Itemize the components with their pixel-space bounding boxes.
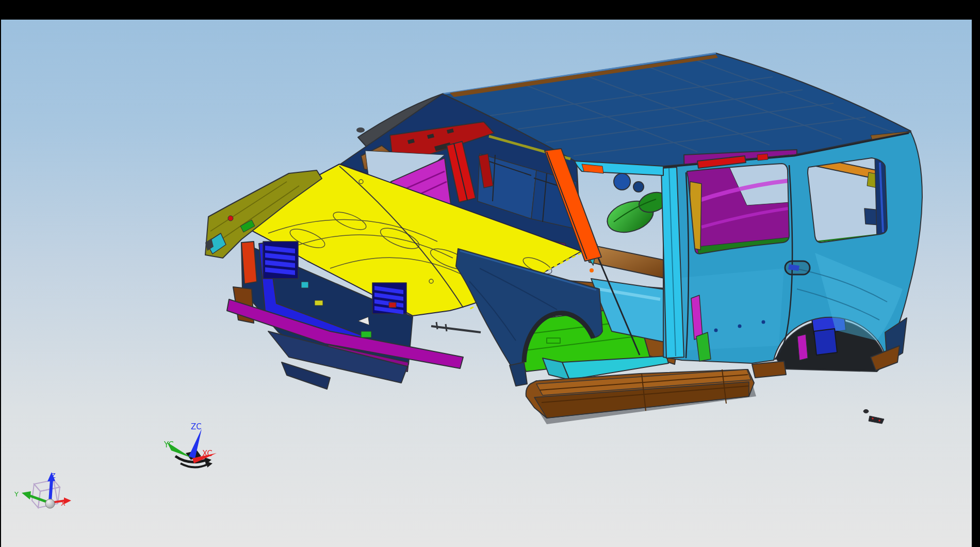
grille-slats-lower[interactable] bbox=[372, 283, 406, 314]
wcs-triad[interactable]: ZC YC XC bbox=[164, 422, 217, 468]
cad-window: ZC YC XC Z Y X bbox=[0, 0, 980, 547]
tow-rod bbox=[431, 322, 481, 332]
grille-slats-upper[interactable] bbox=[263, 242, 298, 279]
z-axis-label: Z bbox=[51, 472, 56, 479]
absolute-triad: Z Y X bbox=[14, 472, 71, 508]
model-scene[interactable]: ZC YC XC Z Y X bbox=[0, 0, 980, 547]
origin-sphere bbox=[45, 499, 55, 508]
right-black-bar bbox=[972, 0, 980, 547]
yc-axis-label: YC bbox=[164, 440, 174, 449]
front-bracket-orange[interactable] bbox=[241, 242, 257, 284]
top-black-bar bbox=[0, 0, 980, 20]
loose-parts[interactable] bbox=[863, 410, 884, 424]
y-axis-arrow bbox=[22, 491, 31, 500]
x-axis-label: X bbox=[61, 500, 66, 507]
xc-axis-label: XC bbox=[202, 449, 213, 458]
left-black-bar bbox=[0, 0, 1, 547]
zc-axis-label: ZC bbox=[191, 422, 202, 431]
y-axis-label: Y bbox=[14, 490, 19, 498]
car-body-model[interactable] bbox=[205, 53, 922, 424]
